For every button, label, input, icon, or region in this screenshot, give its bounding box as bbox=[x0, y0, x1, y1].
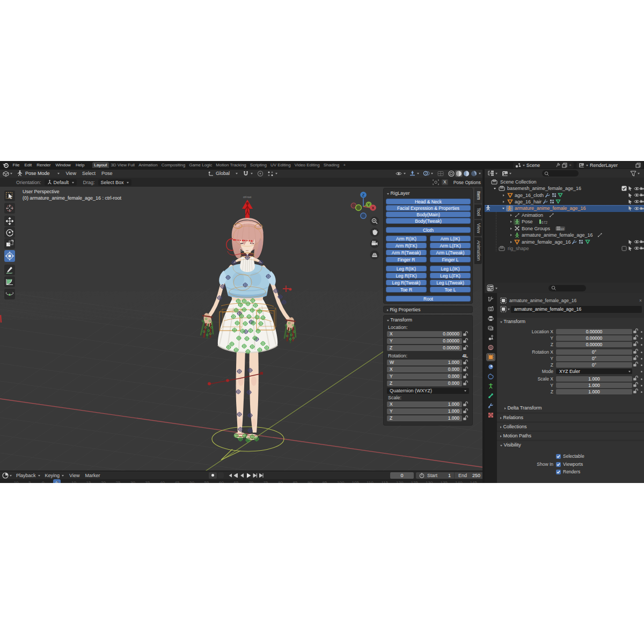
svg-text:Z: Z bbox=[362, 193, 365, 197]
svg-text:ctrl-root: ctrl-root bbox=[243, 196, 252, 199]
svg-text:X: X bbox=[371, 206, 375, 210]
svg-text:Y: Y bbox=[367, 202, 370, 207]
